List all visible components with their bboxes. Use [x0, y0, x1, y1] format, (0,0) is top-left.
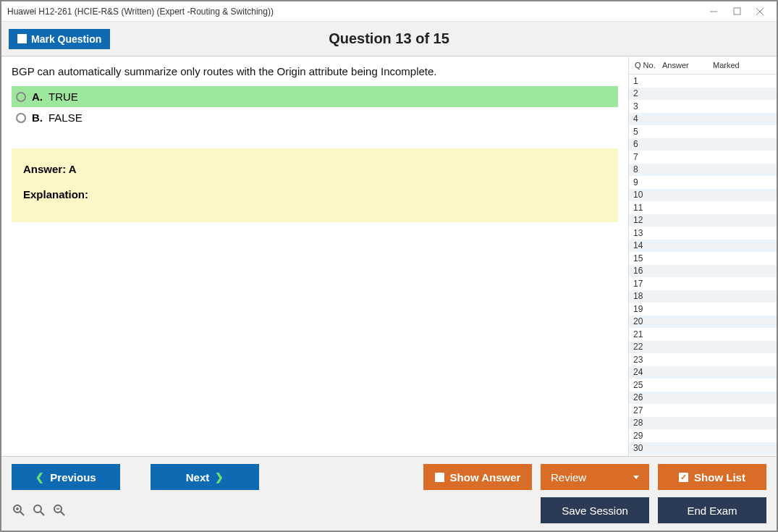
sidebar-row[interactable]: 16 [629, 265, 777, 278]
svg-point-8 [34, 505, 41, 512]
sidebar-header: Q No. Answer Marked [629, 56, 777, 75]
minimize-icon[interactable] [709, 7, 719, 17]
show-answer-button[interactable]: Show Answer [423, 464, 532, 490]
option-row[interactable]: B. FALSE [12, 107, 618, 128]
show-list-checkbox-icon [679, 473, 688, 482]
question-counter: Question 13 of 15 [329, 30, 449, 47]
footer-bar: ❮ Previous Next ❯ Show Answer Review Sho… [1, 456, 777, 531]
sidebar-rows[interactable]: 1234567891011121314151617181920212223242… [629, 75, 777, 456]
option-row[interactable]: A. TRUE [12, 86, 618, 107]
titlebar: Huawei H12-261 (HCIE-R&S (Written) (Expe… [1, 1, 777, 22]
sidebar-row-number: 6 [629, 139, 659, 149]
window-title: Huawei H12-261 (HCIE-R&S (Written) (Expe… [7, 7, 709, 17]
sidebar-row[interactable]: 15 [629, 252, 777, 265]
sidebar-row[interactable]: 5 [629, 125, 777, 138]
save-session-button[interactable]: Save Session [541, 497, 649, 523]
zoom-in-icon[interactable] [12, 503, 26, 518]
sidebar-row[interactable]: 30 [629, 442, 777, 455]
svg-line-9 [41, 512, 44, 515]
sidebar-row-number: 1 [629, 76, 659, 86]
sidebar-row-number: 23 [629, 355, 659, 365]
sidebar-row[interactable]: 17 [629, 277, 777, 290]
sidebar-row-number: 16 [629, 266, 659, 276]
zoom-controls [12, 503, 67, 518]
sidebar-row-number: 13 [629, 228, 659, 238]
sidebar-row[interactable]: 22 [629, 341, 777, 354]
end-exam-button[interactable]: End Exam [658, 497, 766, 523]
sidebar-row[interactable]: 29 [629, 429, 777, 442]
mark-question-label: Mark Question [31, 33, 101, 45]
sidebar-row-number: 17 [629, 279, 659, 289]
maximize-icon[interactable] [732, 7, 742, 17]
header-bar: Mark Question Question 13 of 15 [1, 22, 777, 56]
answer-box: Answer: A Explanation: [12, 148, 618, 222]
show-list-button[interactable]: Show List [658, 464, 766, 490]
close-icon[interactable] [755, 7, 765, 17]
radio-icon [16, 113, 26, 123]
chevron-left-icon: ❮ [35, 471, 44, 483]
sidebar-row-number: 26 [629, 392, 659, 402]
sidebar-row-number: 11 [629, 203, 659, 213]
sidebar-row-number: 28 [629, 418, 659, 428]
col-answer: Answer [662, 61, 713, 69]
sidebar-row[interactable]: 9 [629, 176, 777, 189]
sidebar-row-number: 19 [629, 304, 659, 314]
answer-label: Answer: A [23, 163, 606, 175]
sidebar-row[interactable]: 2 [629, 88, 777, 101]
sidebar-row[interactable]: 7 [629, 151, 777, 164]
sidebar-row[interactable]: 6 [629, 138, 777, 151]
sidebar-row[interactable]: 23 [629, 353, 777, 366]
radio-icon [16, 92, 26, 102]
question-list-sidebar: Q No. Answer Marked 12345678910111213141… [628, 56, 777, 456]
sidebar-row[interactable]: 1 [629, 75, 777, 88]
sidebar-row[interactable]: 27 [629, 404, 777, 417]
sidebar-row[interactable]: 12 [629, 214, 777, 227]
sidebar-row-number: 20 [629, 316, 659, 326]
zoom-out-icon[interactable] [52, 503, 67, 518]
sidebar-row[interactable]: 4 [629, 113, 777, 126]
sidebar-row-number: 12 [629, 215, 659, 225]
options-list: A. TRUEB. FALSE [1, 86, 628, 128]
previous-button[interactable]: ❮ Previous [12, 464, 120, 490]
explanation-label: Explanation: [23, 188, 606, 200]
sidebar-row[interactable]: 21 [629, 328, 777, 341]
sidebar-row[interactable]: 20 [629, 316, 777, 329]
sidebar-row[interactable]: 24 [629, 366, 777, 379]
sidebar-row[interactable]: 14 [629, 240, 777, 253]
sidebar-row[interactable]: 18 [629, 290, 777, 303]
sidebar-row-number: 22 [629, 342, 659, 352]
sidebar-row-number: 9 [629, 177, 659, 187]
sidebar-row-number: 24 [629, 367, 659, 377]
sidebar-row[interactable]: 3 [629, 100, 777, 113]
option-text: TRUE [48, 90, 78, 103]
sidebar-row[interactable]: 13 [629, 227, 777, 240]
svg-line-11 [61, 512, 64, 515]
question-panel: BGP can automatically summarize only rou… [1, 56, 628, 456]
review-dropdown[interactable]: Review [541, 464, 649, 490]
sidebar-row[interactable]: 28 [629, 417, 777, 430]
mark-checkbox-icon [17, 34, 27, 43]
window-controls [709, 7, 771, 17]
sidebar-row[interactable]: 19 [629, 303, 777, 316]
sidebar-row[interactable]: 26 [629, 392, 777, 405]
sidebar-row-number: 15 [629, 253, 659, 263]
sidebar-row-number: 18 [629, 291, 659, 301]
save-session-label: Save Session [562, 504, 628, 517]
sidebar-row[interactable]: 25 [629, 379, 777, 392]
chevron-right-icon: ❯ [215, 471, 224, 483]
svg-line-5 [20, 512, 24, 515]
next-button[interactable]: Next ❯ [151, 464, 259, 490]
sidebar-row-number: 5 [629, 127, 659, 137]
review-label: Review [551, 471, 586, 484]
sidebar-row[interactable]: 8 [629, 164, 777, 177]
sidebar-row-number: 8 [629, 164, 659, 174]
sidebar-row[interactable]: 10 [629, 189, 777, 202]
zoom-reset-icon[interactable] [32, 503, 46, 518]
show-list-label: Show List [694, 471, 745, 484]
footer-row-2: Save Session End Exam [12, 497, 766, 523]
sidebar-row-number: 29 [629, 431, 659, 441]
content-body: BGP can automatically summarize only rou… [1, 56, 777, 456]
mark-question-button[interactable]: Mark Question [9, 29, 110, 49]
sidebar-row[interactable]: 11 [629, 201, 777, 214]
option-text: FALSE [48, 111, 83, 124]
